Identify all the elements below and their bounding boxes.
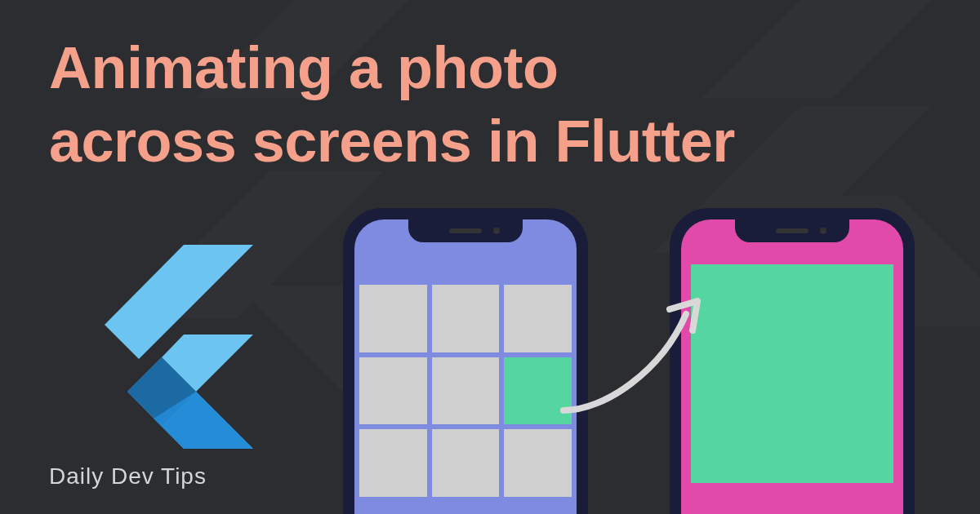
site-name: Daily Dev Tips	[49, 463, 207, 490]
page-title: Animating a photo across screens in Flut…	[49, 31, 735, 178]
grid-cell	[432, 429, 500, 497]
phone-notch	[408, 219, 523, 242]
grid-cell-highlighted	[504, 357, 572, 425]
image-grid	[354, 285, 577, 497]
flutter-logo-icon	[90, 245, 253, 449]
phone-grid-screen	[343, 208, 588, 514]
grid-cell	[359, 357, 427, 425]
phone-notch	[735, 219, 849, 242]
detail-image	[691, 264, 893, 483]
phone-detail-screen	[670, 208, 915, 514]
grid-cell	[432, 357, 500, 425]
grid-cell	[432, 285, 500, 352]
grid-cell	[504, 429, 572, 497]
grid-cell	[359, 285, 427, 352]
grid-cell	[504, 285, 572, 352]
grid-cell	[359, 429, 427, 497]
